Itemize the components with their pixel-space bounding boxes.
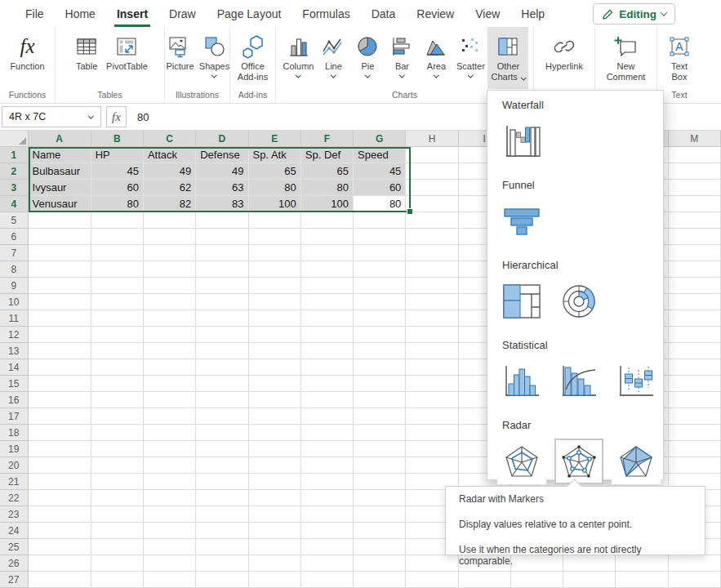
cell-C14[interactable] xyxy=(144,359,196,376)
cell-D10[interactable] xyxy=(196,294,248,310)
cell-D23[interactable] xyxy=(196,506,248,523)
cell-A14[interactable] xyxy=(29,359,91,376)
cell-M14[interactable] xyxy=(669,359,721,376)
row-header-24[interactable]: 24 xyxy=(0,523,29,539)
cell-G6[interactable] xyxy=(354,229,406,245)
cell-A20[interactable] xyxy=(29,457,91,474)
cell-D5[interactable] xyxy=(196,212,248,229)
cell-E16[interactable] xyxy=(249,392,301,408)
cell-D15[interactable] xyxy=(196,376,248,392)
cell-D22[interactable] xyxy=(196,490,248,506)
cell-H5[interactable] xyxy=(406,212,458,229)
name-box[interactable]: 4R x 7C xyxy=(2,106,101,127)
menu-tab-home[interactable]: Home xyxy=(55,0,106,27)
cell-E18[interactable] xyxy=(249,425,301,441)
cell-F19[interactable] xyxy=(301,441,354,457)
row-header-4[interactable]: 4 xyxy=(0,196,29,212)
cell-G15[interactable] xyxy=(354,376,406,392)
formula-input[interactable]: 80 xyxy=(137,111,149,123)
cell-A2[interactable]: Bulbasaur xyxy=(29,163,91,180)
cell-M12[interactable] xyxy=(669,327,721,343)
cell-F10[interactable] xyxy=(301,294,354,310)
chart-type-funnel[interactable] xyxy=(497,198,546,244)
cell-H2[interactable] xyxy=(406,163,458,180)
cell-H12[interactable] xyxy=(406,327,458,343)
hyperlink-button[interactable]: Hyperlink xyxy=(543,27,585,72)
cell-F24[interactable] xyxy=(301,523,354,539)
cell-B9[interactable] xyxy=(91,278,144,294)
cell-A26[interactable] xyxy=(29,555,91,572)
cell-D2[interactable]: 49 xyxy=(196,163,248,180)
cell-D8[interactable] xyxy=(196,261,248,278)
row-header-10[interactable]: 10 xyxy=(0,294,29,310)
row-header-25[interactable]: 25 xyxy=(0,539,29,555)
menu-tab-formulas[interactable]: Formulas xyxy=(292,0,360,27)
cell-D25[interactable] xyxy=(196,539,248,555)
cell-C1[interactable]: Attack xyxy=(144,147,196,163)
cell-E24[interactable] xyxy=(249,523,301,539)
row-header-21[interactable]: 21 xyxy=(0,474,29,490)
cell-F26[interactable] xyxy=(301,555,354,572)
selection-fill-handle[interactable] xyxy=(407,208,413,215)
pivottable-button[interactable]: PivotTable xyxy=(104,27,150,72)
cell-H4[interactable] xyxy=(406,196,458,212)
cell-B6[interactable] xyxy=(91,229,144,245)
cell-M7[interactable] xyxy=(669,245,721,261)
cell-C11[interactable] xyxy=(144,310,196,327)
cell-E21[interactable] xyxy=(249,474,301,490)
cell-E9[interactable] xyxy=(249,278,301,294)
menu-tab-data[interactable]: Data xyxy=(361,0,407,27)
cell-G18[interactable] xyxy=(354,425,406,441)
cell-C7[interactable] xyxy=(144,245,196,261)
cell-B3[interactable]: 60 xyxy=(91,180,144,196)
cell-F21[interactable] xyxy=(301,474,354,490)
menu-tab-file[interactable]: File xyxy=(15,0,55,27)
column-chart-button[interactable]: Column xyxy=(281,27,317,78)
cell-I27[interactable] xyxy=(459,572,511,588)
chart-type-treemap[interactable] xyxy=(497,278,546,324)
cell-B22[interactable] xyxy=(91,490,144,506)
cell-G2[interactable]: 45 xyxy=(354,163,406,180)
row-header-27[interactable]: 27 xyxy=(0,572,29,588)
editing-mode-button[interactable]: Editing xyxy=(593,3,675,24)
cell-F15[interactable] xyxy=(301,376,354,392)
cell-E27[interactable] xyxy=(249,572,301,588)
cell-G20[interactable] xyxy=(354,457,406,474)
row-header-26[interactable]: 26 xyxy=(0,555,29,572)
shapes-button[interactable]: Shapes xyxy=(198,27,232,78)
new-comment-button[interactable]: New Comment xyxy=(600,27,652,82)
cell-G27[interactable] xyxy=(354,572,406,588)
cell-G23[interactable] xyxy=(354,506,406,523)
cell-L27[interactable] xyxy=(616,572,668,588)
cell-C16[interactable] xyxy=(144,392,196,408)
cell-A6[interactable] xyxy=(29,229,91,245)
cell-D1[interactable]: Defense xyxy=(196,147,248,163)
cell-M27[interactable] xyxy=(669,572,721,588)
line-chart-button[interactable]: Line xyxy=(316,27,350,78)
cell-A7[interactable] xyxy=(29,245,91,261)
cell-B4[interactable]: 80 xyxy=(91,196,144,212)
bar-chart-button[interactable]: Bar xyxy=(385,27,419,78)
cell-C3[interactable]: 62 xyxy=(144,180,196,196)
cell-F7[interactable] xyxy=(301,245,354,261)
cell-E10[interactable] xyxy=(249,294,301,310)
cell-B26[interactable] xyxy=(91,555,144,572)
cell-F17[interactable] xyxy=(301,408,354,425)
cell-M2[interactable] xyxy=(669,163,721,180)
cell-M3[interactable] xyxy=(669,180,721,196)
cell-B17[interactable] xyxy=(91,408,144,425)
cell-M6[interactable] xyxy=(669,229,721,245)
cell-G3[interactable]: 60 xyxy=(354,180,406,196)
cell-M16[interactable] xyxy=(669,392,721,408)
cell-B25[interactable] xyxy=(91,539,144,555)
chart-type-radar-with-markers[interactable] xyxy=(554,439,603,484)
row-header-7[interactable]: 7 xyxy=(0,245,29,261)
chart-type-sunburst[interactable] xyxy=(554,278,603,324)
cell-C8[interactable] xyxy=(144,261,196,278)
office-addins-button[interactable]: Office Add-ins xyxy=(231,27,275,82)
cell-B27[interactable] xyxy=(91,572,144,588)
cell-H18[interactable] xyxy=(406,425,458,441)
cell-A15[interactable] xyxy=(29,376,91,392)
cell-M11[interactable] xyxy=(669,310,721,327)
cell-A3[interactable]: Ivysaur xyxy=(29,180,91,196)
